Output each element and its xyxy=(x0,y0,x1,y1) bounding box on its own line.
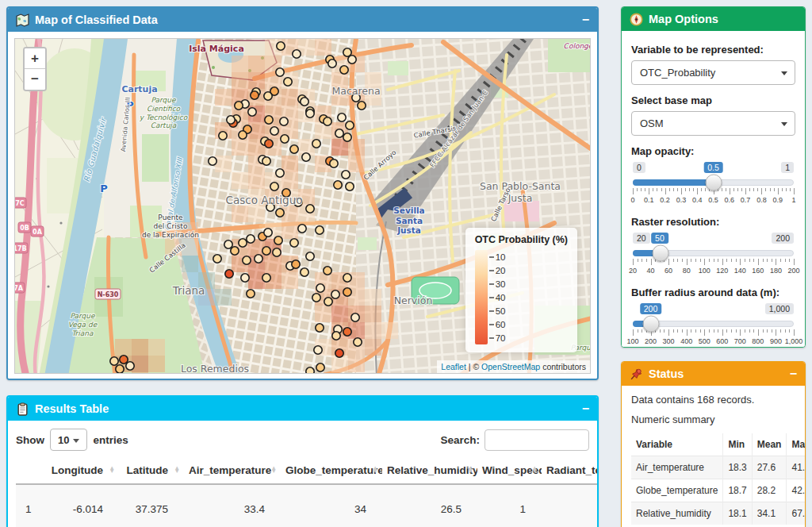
data-point-marker[interactable] xyxy=(213,255,221,263)
data-point-marker[interactable] xyxy=(343,133,351,141)
data-point-marker[interactable] xyxy=(235,102,243,110)
data-point-marker[interactable] xyxy=(276,169,284,177)
data-point-marker[interactable] xyxy=(277,42,285,50)
map-opacity-slider[interactable] xyxy=(633,179,794,186)
data-point-marker[interactable] xyxy=(298,225,306,233)
data-point-marker[interactable] xyxy=(328,60,336,67)
data-point-marker[interactable] xyxy=(316,226,324,234)
data-point-marker[interactable] xyxy=(227,116,235,124)
data-point-marker[interactable] xyxy=(292,260,300,268)
column-header-wind_speed[interactable]: Wind_speed▲▼ xyxy=(477,457,542,484)
column-header-longitude[interactable]: Longitude▲▼ xyxy=(46,457,119,484)
leaflet-map[interactable]: Isla MágicaCartujaPPParqueCientíficoy Te… xyxy=(14,38,591,374)
data-point-marker[interactable] xyxy=(262,157,270,165)
data-point-marker[interactable] xyxy=(264,92,272,100)
data-point-marker[interactable] xyxy=(264,229,272,237)
data-point-marker[interactable] xyxy=(306,205,314,213)
data-point-marker[interactable] xyxy=(335,349,343,357)
data-point-marker[interactable] xyxy=(265,116,273,124)
data-point-marker[interactable] xyxy=(273,248,281,256)
data-point-marker[interactable] xyxy=(116,365,124,373)
data-point-marker[interactable] xyxy=(290,239,298,247)
data-point-marker[interactable] xyxy=(343,274,351,282)
data-point-marker[interactable] xyxy=(241,274,249,282)
zoom-out-button[interactable]: − xyxy=(25,69,45,90)
data-point-marker[interactable] xyxy=(302,153,310,161)
data-point-marker[interactable] xyxy=(276,68,284,76)
data-point-marker[interactable] xyxy=(306,367,314,374)
data-point-marker[interactable] xyxy=(346,183,354,190)
data-point-marker[interactable] xyxy=(338,113,346,121)
data-point-marker[interactable] xyxy=(316,284,324,292)
data-point-marker[interactable] xyxy=(331,290,339,298)
data-point-marker[interactable] xyxy=(239,239,247,247)
data-point-marker[interactable] xyxy=(126,362,134,370)
data-point-marker[interactable] xyxy=(262,247,270,255)
data-point-marker[interactable] xyxy=(301,268,308,276)
data-point-marker[interactable] xyxy=(330,160,338,167)
raster-resolution-slider[interactable] xyxy=(633,250,794,256)
data-point-marker[interactable] xyxy=(219,132,227,140)
data-point-marker[interactable] xyxy=(306,252,314,260)
status-collapse-button[interactable]: − xyxy=(790,367,797,380)
data-point-marker[interactable] xyxy=(251,91,259,99)
osm-link[interactable]: OpenStreetMap xyxy=(481,362,540,371)
zoom-in-button[interactable]: + xyxy=(25,48,45,69)
leaflet-link[interactable]: Leaflet xyxy=(441,362,466,371)
data-point-marker[interactable] xyxy=(293,50,301,58)
data-point-marker[interactable] xyxy=(280,117,288,125)
data-point-marker[interactable] xyxy=(334,181,342,189)
data-point-marker[interactable] xyxy=(335,129,343,137)
data-point-marker[interactable] xyxy=(324,267,331,275)
basemap-select[interactable]: OSM xyxy=(631,111,795,136)
data-point-marker[interactable] xyxy=(351,314,359,321)
data-point-marker[interactable] xyxy=(265,140,273,148)
data-point-marker[interactable] xyxy=(255,255,262,263)
data-point-marker[interactable] xyxy=(312,140,320,148)
data-point-marker[interactable] xyxy=(248,108,256,116)
data-point-marker[interactable] xyxy=(343,288,351,296)
column-header-latitude[interactable]: Latitude▲▼ xyxy=(119,457,184,484)
data-point-marker[interactable] xyxy=(324,298,332,306)
map-opacity-slider-handle[interactable] xyxy=(705,175,722,191)
data-point-marker[interactable] xyxy=(247,290,255,298)
column-header-globe_temperature[interactable]: Globe_temperature▲▼ xyxy=(281,457,382,484)
data-point-marker[interactable] xyxy=(316,364,324,371)
data-point-marker[interactable] xyxy=(262,274,270,282)
buffer-radius-slider-handle[interactable] xyxy=(643,316,660,333)
column-header-radiant_temperature[interactable]: Radiant_temperature▲▼ xyxy=(542,457,599,484)
data-point-marker[interactable] xyxy=(343,328,351,336)
data-point-marker[interactable] xyxy=(312,294,320,302)
results-collapse-button[interactable]: − xyxy=(582,402,589,415)
data-point-marker[interactable] xyxy=(110,357,118,365)
data-point-marker[interactable] xyxy=(346,121,354,129)
data-point-marker[interactable] xyxy=(225,270,233,278)
data-point-marker[interactable] xyxy=(270,127,278,135)
buffer-radius-slider[interactable] xyxy=(633,321,794,327)
data-point-marker[interactable] xyxy=(243,256,251,264)
data-point-marker[interactable] xyxy=(247,235,255,243)
data-point-marker[interactable] xyxy=(316,324,324,332)
data-point-marker[interactable] xyxy=(231,247,239,255)
data-point-marker[interactable] xyxy=(224,240,232,248)
data-point-marker[interactable] xyxy=(332,332,340,340)
search-input[interactable] xyxy=(485,429,589,451)
data-point-marker[interactable] xyxy=(276,209,284,217)
data-point-marker[interactable] xyxy=(314,346,322,354)
data-point-marker[interactable] xyxy=(239,131,247,139)
data-point-marker[interactable] xyxy=(306,110,314,117)
map-collapse-button[interactable]: − xyxy=(582,13,589,26)
column-header-air_temperature[interactable]: Air_temperature▲▼ xyxy=(184,457,281,484)
data-point-marker[interactable] xyxy=(290,145,298,153)
page-length-select[interactable]: 10 xyxy=(50,429,87,451)
data-point-marker[interactable] xyxy=(209,157,216,165)
data-point-marker[interactable] xyxy=(284,78,292,86)
raster-resolution-slider-handle[interactable] xyxy=(652,245,668,262)
data-point-marker[interactable] xyxy=(348,56,356,63)
column-header-relative_humidity[interactable]: Relative_humidity▲▼ xyxy=(382,457,477,484)
data-point-marker[interactable] xyxy=(324,117,331,125)
data-point-marker[interactable] xyxy=(358,102,366,110)
data-point-marker[interactable] xyxy=(301,98,308,106)
data-point-marker[interactable] xyxy=(274,237,282,244)
data-point-marker[interactable] xyxy=(270,183,278,190)
